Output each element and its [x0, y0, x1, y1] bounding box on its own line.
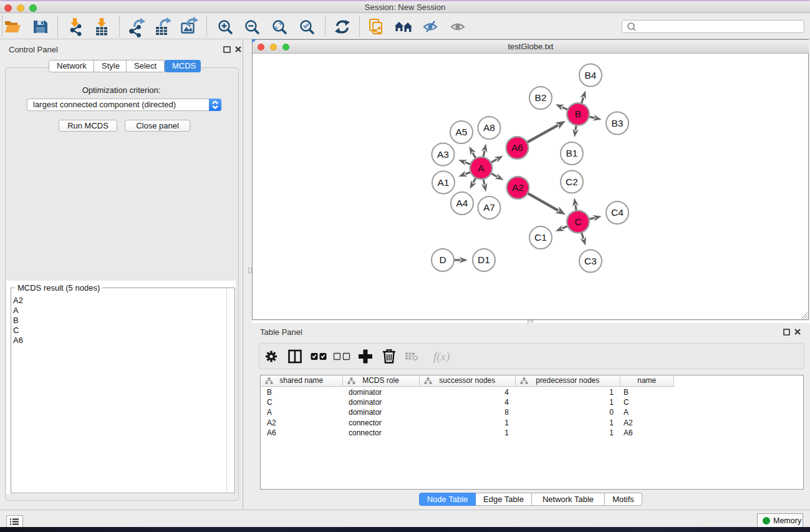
svg-text:A1: A1: [438, 177, 450, 188]
svg-text:A4: A4: [456, 198, 468, 208]
svg-text:B4: B4: [585, 70, 597, 80]
svg-text:B: B: [575, 109, 581, 119]
svg-text:A6: A6: [511, 142, 523, 153]
svg-text:A2: A2: [512, 182, 524, 193]
svg-text:f(x): f(x): [433, 350, 450, 364]
svg-text:B1: B1: [566, 148, 578, 158]
svg-text:C3: C3: [584, 256, 597, 266]
svg-text:C2: C2: [566, 177, 578, 187]
svg-text:C1: C1: [534, 232, 547, 243]
svg-text:A7: A7: [483, 202, 495, 213]
svg-text:C: C: [574, 216, 581, 227]
svg-text:A: A: [478, 163, 485, 173]
svg-text:A8: A8: [483, 122, 495, 133]
svg-text:D1: D1: [478, 254, 490, 265]
svg-text:A5: A5: [456, 127, 468, 137]
svg-text:B2: B2: [535, 92, 547, 103]
svg-text:C4: C4: [611, 207, 624, 218]
svg-text:D: D: [439, 254, 446, 265]
svg-text:A3: A3: [437, 149, 449, 160]
svg-text:B3: B3: [612, 118, 624, 128]
